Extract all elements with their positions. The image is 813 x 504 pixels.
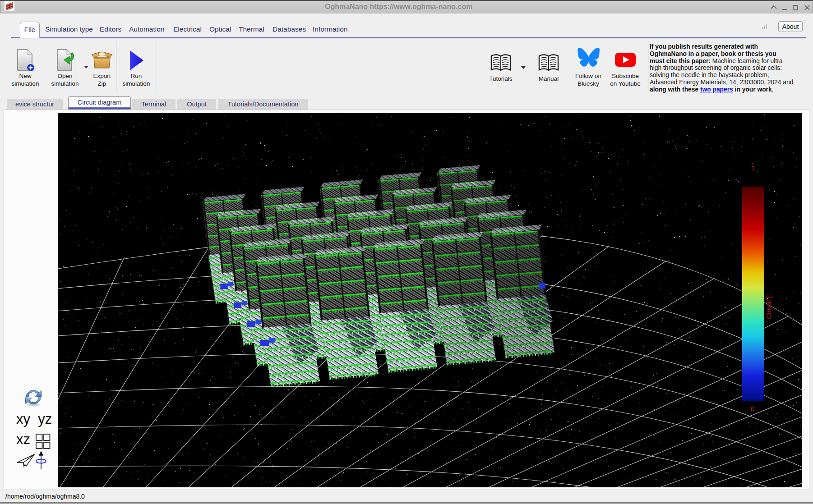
svg-text:1: 1: [751, 164, 755, 172]
svg-text:Circuit []: Circuit []: [765, 294, 772, 319]
svg-text:0: 0: [751, 405, 754, 412]
